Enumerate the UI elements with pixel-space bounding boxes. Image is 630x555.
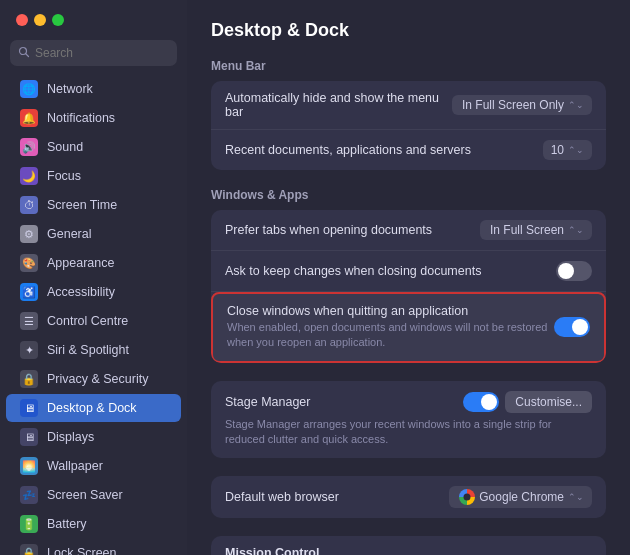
siri-icon: ✦ (20, 341, 38, 359)
sidebar-item-screentime[interactable]: ⏱ Screen Time (6, 191, 181, 219)
prefer-tabs-label: Prefer tabs when opening documents (225, 223, 480, 237)
sidebar-item-sound[interactable]: 🔊 Sound (6, 133, 181, 161)
default-browser-value: Google Chrome ⌃⌄ (449, 486, 592, 508)
auto-hide-value: In Full Screen Only ⌃⌄ (452, 95, 592, 115)
recent-docs-value: 10 ⌃⌄ (543, 140, 592, 160)
ask-changes-label: Ask to keep changes when closing documen… (225, 264, 556, 278)
menu-bar-group: Automatically hide and show the menu bar… (211, 81, 606, 170)
close-windows-value (554, 317, 590, 337)
sidebar-item-privacy[interactable]: 🔒 Privacy & Security (6, 365, 181, 393)
sidebar-item-wallpaper[interactable]: 🌅 Wallpaper (6, 452, 181, 480)
sidebar: 🌐 Network 🔔 Notifications 🔊 Sound 🌙 Focu… (0, 0, 187, 555)
windows-apps-group: Prefer tabs when opening documents In Fu… (211, 210, 606, 363)
customise-button[interactable]: Customise... (505, 391, 592, 413)
controlcentre-icon: ☰ (20, 312, 38, 330)
network-icon: 🌐 (20, 80, 38, 98)
sidebar-item-siri[interactable]: ✦ Siri & Spotlight (6, 336, 181, 364)
wallpaper-icon: 🌅 (20, 457, 38, 475)
sidebar-item-lockscreen[interactable]: 🔒 Lock Screen (6, 539, 181, 555)
mission-control-group: Mission Control Mission Control shows an… (211, 536, 606, 555)
page-title: Desktop & Dock (211, 20, 606, 41)
ask-changes-toggle[interactable] (556, 261, 592, 281)
sidebar-item-accessibility[interactable]: ♿ Accessibility (6, 278, 181, 306)
search-input[interactable] (35, 46, 169, 60)
prefer-tabs-dropdown[interactable]: In Full Screen ⌃⌄ (480, 220, 592, 240)
close-windows-row: Close windows when quitting an applicati… (211, 292, 606, 363)
close-windows-toggle[interactable] (554, 317, 590, 337)
close-windows-sublabel: When enabled, open documents and windows… (227, 320, 554, 351)
maximize-button[interactable] (52, 14, 64, 26)
stepper-arrows-icon: ⌃⌄ (568, 145, 584, 155)
sidebar-item-general[interactable]: ⚙ General (6, 220, 181, 248)
prefer-tabs-value: In Full Screen ⌃⌄ (480, 220, 592, 240)
screentime-icon: ⏱ (20, 196, 38, 214)
recent-docs-stepper[interactable]: 10 ⌃⌄ (543, 140, 592, 160)
recent-docs-label: Recent documents, applications and serve… (225, 143, 543, 157)
recent-docs-row: Recent documents, applications and serve… (211, 130, 606, 170)
mission-control-label: Mission Control (225, 546, 319, 555)
chevron-down-icon: ⌃⌄ (568, 100, 584, 110)
prefer-tabs-row: Prefer tabs when opening documents In Fu… (211, 210, 606, 251)
stage-manager-toggle[interactable] (463, 392, 499, 412)
sidebar-item-appearance[interactable]: 🎨 Appearance (6, 249, 181, 277)
menu-bar-title: Menu Bar (211, 59, 606, 73)
desktop-icon: 🖥 (20, 399, 38, 417)
battery-icon: 🔋 (20, 515, 38, 533)
screensaver-icon: 💤 (20, 486, 38, 504)
search-bar[interactable] (10, 40, 177, 66)
privacy-icon: 🔒 (20, 370, 38, 388)
chevron-down-icon: ⌃⌄ (568, 492, 584, 502)
ask-changes-value (556, 261, 592, 281)
stage-manager-label: Stage Manager (225, 395, 463, 409)
general-icon: ⚙ (20, 225, 38, 243)
stage-manager-top: Stage Manager Customise... (225, 391, 592, 413)
stage-manager-controls: Customise... (463, 391, 592, 413)
accessibility-icon: ♿ (20, 283, 38, 301)
close-button[interactable] (16, 14, 28, 26)
browser-dropdown[interactable]: Google Chrome ⌃⌄ (449, 486, 592, 508)
default-browser-group: Default web browser Google Chrome ⌃⌄ (211, 476, 606, 518)
sidebar-item-screensaver[interactable]: 💤 Screen Saver (6, 481, 181, 509)
close-windows-label: Close windows when quitting an applicati… (227, 304, 554, 318)
windows-apps-title: Windows & Apps (211, 188, 606, 202)
sidebar-item-desktop[interactable]: 🖥 Desktop & Dock (6, 394, 181, 422)
sidebar-items: 🌐 Network 🔔 Notifications 🔊 Sound 🌙 Focu… (0, 74, 187, 555)
ask-changes-row: Ask to keep changes when closing documen… (211, 251, 606, 292)
windows-apps-section: Windows & Apps Prefer tabs when opening … (211, 188, 606, 363)
menu-bar-section: Menu Bar Automatically hide and show the… (211, 59, 606, 170)
appearance-icon: 🎨 (20, 254, 38, 272)
stage-manager-sublabel: Stage Manager arranges your recent windo… (225, 417, 592, 448)
svg-line-1 (26, 54, 29, 57)
default-browser-label: Default web browser (225, 490, 449, 504)
sidebar-item-notifications[interactable]: 🔔 Notifications (6, 104, 181, 132)
sidebar-item-displays[interactable]: 🖥 Displays (6, 423, 181, 451)
mission-control-row: Mission Control Mission Control shows an… (211, 536, 606, 555)
stage-manager-group: Stage Manager Customise... Stage Manager… (211, 381, 606, 458)
sound-icon: 🔊 (20, 138, 38, 156)
focus-icon: 🌙 (20, 167, 38, 185)
sidebar-item-network[interactable]: 🌐 Network (6, 75, 181, 103)
chrome-icon (459, 489, 475, 505)
search-icon (18, 44, 30, 62)
main-content: Desktop & Dock Menu Bar Automatically hi… (187, 0, 630, 555)
stage-manager-row: Stage Manager Customise... Stage Manager… (211, 381, 606, 458)
lock-icon: 🔒 (20, 544, 38, 555)
auto-hide-dropdown[interactable]: In Full Screen Only ⌃⌄ (452, 95, 592, 115)
traffic-lights (0, 0, 187, 36)
sidebar-item-controlcentre[interactable]: ☰ Control Centre (6, 307, 181, 335)
sidebar-item-battery[interactable]: 🔋 Battery (6, 510, 181, 538)
close-windows-content: Close windows when quitting an applicati… (227, 304, 554, 351)
minimize-button[interactable] (34, 14, 46, 26)
default-browser-row: Default web browser Google Chrome ⌃⌄ (211, 476, 606, 518)
auto-hide-label: Automatically hide and show the menu bar (225, 91, 452, 119)
auto-hide-row: Automatically hide and show the menu bar… (211, 81, 606, 130)
notifications-icon: 🔔 (20, 109, 38, 127)
sidebar-item-focus[interactable]: 🌙 Focus (6, 162, 181, 190)
displays-icon: 🖥 (20, 428, 38, 446)
chevron-down-icon: ⌃⌄ (568, 225, 584, 235)
